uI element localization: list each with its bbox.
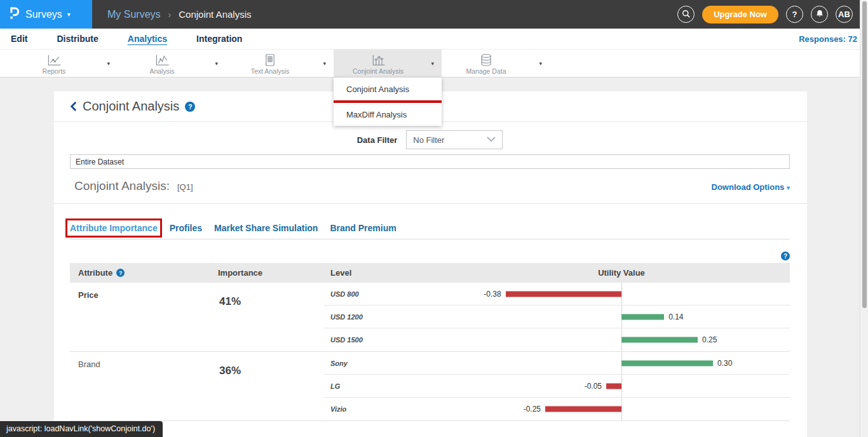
top-bar: Surveys ▾ My Surveys › Conjoint Analysis… bbox=[0, 0, 868, 29]
utility-bar bbox=[545, 407, 621, 412]
tab-brand-premium[interactable]: Brand Premium bbox=[330, 223, 396, 233]
axis-line bbox=[621, 283, 622, 305]
header-importance: Importance bbox=[210, 268, 324, 278]
utility-bar bbox=[621, 314, 664, 319]
attribute-importance-table: Attribute ? Importance Level Utility Val… bbox=[70, 263, 790, 421]
level-row: USD 800 -0.38 bbox=[324, 283, 790, 306]
avatar[interactable]: AB bbox=[836, 6, 853, 23]
utility-value-label: 0.30 bbox=[717, 359, 732, 368]
level-row: LG -0.05 bbox=[324, 375, 790, 398]
toolbar-item-reports[interactable]: Reports bbox=[10, 52, 98, 75]
search-icon bbox=[681, 9, 691, 20]
toolbar-group-text-analysis: Text Analysis ▾ bbox=[226, 50, 334, 77]
utility-bar bbox=[606, 383, 621, 389]
table-help-icon[interactable]: ? bbox=[781, 252, 790, 260]
breadcrumb: My Surveys › Conjoint Analysis bbox=[107, 9, 251, 20]
scrollbar-thumb[interactable] bbox=[862, 1, 867, 308]
utility-value-label: 0.25 bbox=[702, 335, 717, 344]
toolbar-item-text-analysis[interactable]: Text Analysis bbox=[226, 51, 315, 75]
page-title: Conjoint Analysis bbox=[83, 99, 179, 114]
utility-bar bbox=[621, 337, 698, 343]
header-level: Level Utility Value bbox=[324, 263, 790, 283]
axis-line bbox=[621, 398, 622, 420]
analytics-toolbar: Reports ▾ Analysis ▾ Text Analysis ▾ Con… bbox=[0, 50, 868, 77]
attribute-name: Brand bbox=[70, 352, 210, 420]
importance-value: 36% bbox=[210, 352, 324, 420]
toolbar-group-analysis: Analysis ▾ bbox=[118, 50, 226, 77]
utility-bar bbox=[506, 291, 621, 297]
help-button[interactable]: ? bbox=[786, 6, 803, 23]
attribute-name: Price bbox=[70, 283, 210, 351]
nav-item-analytics[interactable]: Analytics bbox=[128, 34, 167, 44]
level-row: USD 1200 0.14 bbox=[324, 306, 790, 328]
table-row: Price 41% USD 800 -0.38 USD 1200 0.14 bbox=[70, 283, 790, 352]
nav-item-integration[interactable]: Integration bbox=[196, 34, 242, 44]
level-row: Vizio -0.25 bbox=[324, 398, 790, 420]
toolbar-label-reports: Reports bbox=[43, 67, 66, 75]
conjoint-dropdown-menu: Conjoint Analysis MaxDiff Analysis bbox=[334, 77, 442, 126]
responses-count: Responses: 72 bbox=[799, 34, 857, 44]
back-chevron-icon[interactable] bbox=[70, 101, 77, 112]
question-ref: [Q1] bbox=[177, 182, 193, 192]
utility-value-label: -0.05 bbox=[585, 382, 602, 391]
divider bbox=[54, 203, 807, 204]
surveys-label: Surveys bbox=[25, 9, 62, 20]
line-chart-icon bbox=[46, 54, 62, 67]
vertical-scrollbar[interactable] bbox=[860, 0, 868, 437]
toolbar-label-conjoint-analysis: Conjoint Analysis bbox=[353, 67, 403, 75]
result-tabs: Attribute Importance Profiles Market Sha… bbox=[70, 223, 790, 239]
header-attribute: Attribute ? bbox=[70, 268, 210, 278]
level-label: Vizio bbox=[330, 405, 346, 413]
chevron-down-icon[interactable]: ▾ bbox=[431, 60, 434, 67]
upgrade-now-button[interactable]: Upgrade Now bbox=[702, 6, 778, 24]
toolbar-label-analysis: Analysis bbox=[149, 67, 174, 75]
nav-item-distribute[interactable]: Distribute bbox=[57, 34, 98, 44]
attribute-help-icon[interactable]: ? bbox=[116, 269, 125, 277]
surveys-menu[interactable]: Surveys ▾ bbox=[0, 0, 92, 29]
toolbar-label-text-analysis: Text Analysis bbox=[251, 67, 290, 75]
data-filter-select[interactable]: No Filter bbox=[406, 130, 503, 149]
notifications-button[interactable] bbox=[811, 6, 828, 23]
tab-profiles[interactable]: Profiles bbox=[170, 223, 202, 233]
survey-nav: Edit Distribute Analytics Integration Re… bbox=[0, 29, 868, 50]
header-utility-value: Utility Value bbox=[598, 268, 645, 278]
toolbar-group-conjoint-analysis: Conjoint Analysis ▾ bbox=[334, 50, 442, 77]
menu-item-conjoint-analysis[interactable]: Conjoint Analysis bbox=[334, 77, 442, 100]
chevron-down-icon[interactable]: ▾ bbox=[107, 60, 110, 67]
table-help-row: ? bbox=[54, 252, 790, 260]
chevron-down-icon[interactable]: ▾ bbox=[323, 60, 326, 67]
chevron-down-icon[interactable]: ▾ bbox=[215, 60, 218, 67]
toolbar-item-manage-data[interactable]: Manage Data bbox=[442, 51, 531, 75]
data-filter-row: Data Filter No Filter bbox=[70, 130, 790, 149]
table-row: Brand 36% Sony 0.30 LG -0.05 Vizio bbox=[70, 352, 790, 421]
dataset-field[interactable]: Entire Dataset bbox=[70, 154, 790, 169]
content-card: Conjoint Analysis ? Data Filter No Filte… bbox=[54, 91, 807, 437]
utility-bar bbox=[621, 360, 713, 366]
page-help-icon[interactable]: ? bbox=[185, 102, 195, 112]
tab-attribute-importance[interactable]: Attribute Importance bbox=[70, 223, 158, 233]
chevron-down-icon: ▾ bbox=[67, 11, 71, 18]
download-options-link[interactable]: Download Options ▾ bbox=[712, 182, 790, 192]
breadcrumb-separator-icon: › bbox=[168, 10, 172, 20]
utility-value-label: 0.14 bbox=[668, 313, 683, 321]
document-grid-icon bbox=[264, 53, 276, 67]
scatter-chart-icon bbox=[370, 54, 386, 67]
analysis-section-header: Conjoint Analysis: [Q1] Download Options… bbox=[70, 179, 790, 193]
utility-value-label: -0.38 bbox=[484, 290, 501, 299]
level-label: USD 800 bbox=[330, 290, 359, 298]
toolbar-item-analysis[interactable]: Analysis bbox=[118, 52, 207, 75]
level-label: USD 1500 bbox=[330, 336, 363, 344]
toolbar-item-conjoint-analysis[interactable]: Conjoint Analysis bbox=[334, 52, 423, 75]
chevron-down-icon[interactable]: ▾ bbox=[539, 60, 542, 67]
toolbar-group-manage-data: Manage Data ▾ bbox=[442, 50, 550, 77]
nav-item-edit[interactable]: Edit bbox=[11, 34, 27, 44]
breadcrumb-my-surveys[interactable]: My Surveys bbox=[107, 9, 161, 20]
tab-market-share-simulation[interactable]: Market Share Simulation bbox=[214, 223, 318, 233]
menu-item-maxdiff-analysis[interactable]: MaxDiff Analysis bbox=[334, 103, 442, 126]
search-button[interactable] bbox=[677, 6, 695, 23]
importance-value: 41% bbox=[210, 283, 324, 351]
bell-icon bbox=[815, 9, 824, 20]
axis-line bbox=[621, 375, 622, 397]
level-label: USD 1200 bbox=[330, 313, 363, 321]
level-row: Sony 0.30 bbox=[324, 352, 790, 375]
